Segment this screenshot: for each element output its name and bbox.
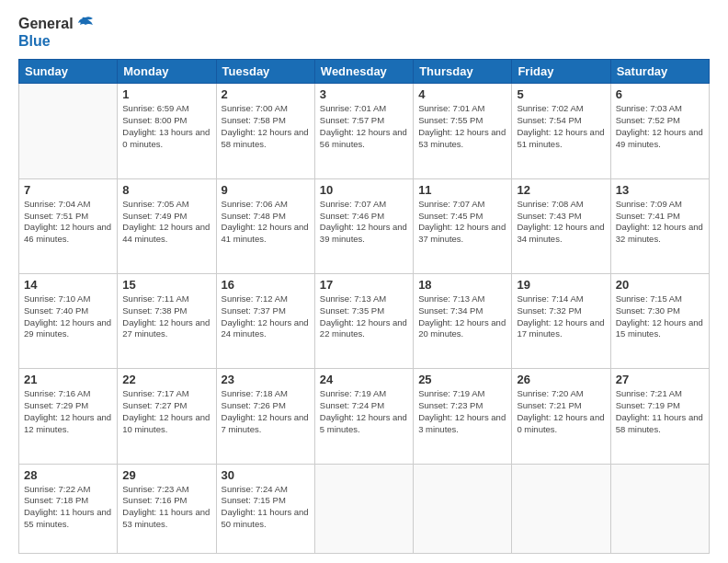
day-info: Sunrise: 7:08 AM Sunset: 7:43 PM Dayligh… (517, 199, 605, 246)
day-number: 27 (616, 373, 704, 386)
calendar-cell: 15 Sunrise: 7:11 AM Sunset: 7:38 PM Dayl… (118, 274, 216, 369)
calendar-cell: 18 Sunrise: 7:13 AM Sunset: 7:34 PM Dayl… (414, 274, 512, 369)
day-number: 10 (320, 183, 408, 197)
day-number: 29 (122, 468, 210, 482)
day-info: Sunrise: 7:03 AM Sunset: 7:52 PM Dayligh… (616, 103, 704, 150)
calendar-cell: 29 Sunrise: 7:23 AM Sunset: 7:16 PM Dayl… (118, 464, 216, 553)
day-info: Sunrise: 7:01 AM Sunset: 7:55 PM Dayligh… (418, 103, 506, 150)
day-info: Sunrise: 7:21 AM Sunset: 7:19 PM Dayligh… (616, 388, 704, 435)
calendar-cell: 27 Sunrise: 7:21 AM Sunset: 7:19 PM Dayl… (610, 369, 709, 464)
calendar-cell (19, 84, 118, 178)
day-number: 19 (517, 278, 605, 292)
calendar-cell: 12 Sunrise: 7:08 AM Sunset: 7:43 PM Dayl… (512, 178, 610, 273)
day-number: 4 (418, 87, 506, 101)
col-monday: Monday (118, 60, 216, 84)
day-number: 7 (24, 183, 112, 197)
day-number: 25 (418, 373, 506, 386)
calendar-cell: 2 Sunrise: 7:00 AM Sunset: 7:58 PM Dayli… (216, 84, 314, 178)
calendar-cell: 11 Sunrise: 7:07 AM Sunset: 7:45 PM Dayl… (414, 178, 512, 273)
day-info: Sunrise: 7:20 AM Sunset: 7:21 PM Dayligh… (517, 388, 605, 435)
day-number: 2 (222, 87, 310, 101)
day-number: 12 (517, 183, 605, 197)
day-info: Sunrise: 7:19 AM Sunset: 7:24 PM Dayligh… (320, 388, 408, 435)
day-number: 6 (616, 87, 704, 101)
day-info: Sunrise: 7:13 AM Sunset: 7:34 PM Dayligh… (418, 293, 506, 340)
day-info: Sunrise: 7:18 AM Sunset: 7:26 PM Dayligh… (222, 388, 310, 435)
calendar-cell (314, 464, 413, 553)
day-info: Sunrise: 7:23 AM Sunset: 7:16 PM Dayligh… (122, 484, 210, 531)
day-info: Sunrise: 7:00 AM Sunset: 7:58 PM Dayligh… (222, 103, 310, 150)
col-thursday: Thursday (414, 60, 512, 84)
day-info: Sunrise: 7:05 AM Sunset: 7:49 PM Dayligh… (122, 199, 210, 246)
calendar-header-row: Sunday Monday Tuesday Wednesday Thursday… (19, 60, 710, 84)
calendar-cell: 19 Sunrise: 7:14 AM Sunset: 7:32 PM Dayl… (512, 274, 610, 369)
calendar-cell: 21 Sunrise: 7:16 AM Sunset: 7:29 PM Dayl… (19, 369, 118, 464)
day-info: Sunrise: 7:12 AM Sunset: 7:37 PM Dayligh… (222, 293, 310, 340)
col-wednesday: Wednesday (314, 60, 413, 84)
calendar-cell: 24 Sunrise: 7:19 AM Sunset: 7:24 PM Dayl… (314, 369, 413, 464)
calendar-cell: 17 Sunrise: 7:13 AM Sunset: 7:35 PM Dayl… (314, 274, 413, 369)
day-info: Sunrise: 7:14 AM Sunset: 7:32 PM Dayligh… (517, 293, 605, 340)
col-friday: Friday (512, 60, 610, 84)
day-number: 21 (24, 373, 112, 386)
calendar-cell: 14 Sunrise: 7:10 AM Sunset: 7:40 PM Dayl… (19, 274, 118, 369)
day-number: 5 (517, 87, 605, 101)
day-number: 16 (222, 278, 310, 292)
day-info: Sunrise: 7:15 AM Sunset: 7:30 PM Dayligh… (616, 293, 704, 340)
day-number: 30 (222, 468, 310, 482)
day-info: Sunrise: 7:13 AM Sunset: 7:35 PM Dayligh… (320, 293, 408, 340)
col-saturday: Saturday (610, 60, 709, 84)
day-number: 3 (320, 87, 408, 101)
calendar-cell: 20 Sunrise: 7:15 AM Sunset: 7:30 PM Dayl… (610, 274, 709, 369)
calendar-cell: 26 Sunrise: 7:20 AM Sunset: 7:21 PM Dayl… (512, 369, 610, 464)
calendar-week-row: 21 Sunrise: 7:16 AM Sunset: 7:29 PM Dayl… (19, 369, 710, 464)
day-number: 1 (122, 87, 210, 101)
logo-general: General (18, 15, 74, 32)
day-info: Sunrise: 7:11 AM Sunset: 7:38 PM Dayligh… (122, 293, 210, 340)
header: General Blue (18, 15, 710, 50)
logo-blue: Blue (18, 32, 51, 50)
day-number: 14 (24, 278, 112, 292)
calendar-cell (414, 464, 512, 553)
day-number: 22 (122, 373, 210, 386)
day-info: Sunrise: 7:09 AM Sunset: 7:41 PM Dayligh… (616, 199, 704, 246)
calendar-cell: 23 Sunrise: 7:18 AM Sunset: 7:26 PM Dayl… (216, 369, 314, 464)
calendar-cell: 28 Sunrise: 7:22 AM Sunset: 7:18 PM Dayl… (19, 464, 118, 553)
calendar-cell (512, 464, 610, 553)
calendar-cell: 8 Sunrise: 7:05 AM Sunset: 7:49 PM Dayli… (118, 178, 216, 273)
calendar-cell: 16 Sunrise: 7:12 AM Sunset: 7:37 PM Dayl… (216, 274, 314, 369)
calendar-cell: 1 Sunrise: 6:59 AM Sunset: 8:00 PM Dayli… (118, 84, 216, 178)
calendar-cell: 4 Sunrise: 7:01 AM Sunset: 7:55 PM Dayli… (414, 84, 512, 178)
logo: General Blue (18, 15, 95, 50)
page: General Blue Sunday Monday Tuesday Wedne… (0, 0, 728, 563)
day-number: 23 (222, 373, 310, 386)
day-info: Sunrise: 6:59 AM Sunset: 8:00 PM Dayligh… (122, 103, 210, 150)
day-info: Sunrise: 7:07 AM Sunset: 7:46 PM Dayligh… (320, 199, 408, 246)
day-number: 13 (616, 183, 704, 197)
day-number: 20 (616, 278, 704, 292)
col-tuesday: Tuesday (216, 60, 314, 84)
day-info: Sunrise: 7:10 AM Sunset: 7:40 PM Dayligh… (24, 293, 112, 340)
calendar-cell: 3 Sunrise: 7:01 AM Sunset: 7:57 PM Dayli… (314, 84, 413, 178)
day-number: 9 (222, 183, 310, 197)
day-info: Sunrise: 7:04 AM Sunset: 7:51 PM Dayligh… (24, 199, 112, 246)
calendar-week-row: 14 Sunrise: 7:10 AM Sunset: 7:40 PM Dayl… (19, 274, 710, 369)
day-number: 11 (418, 183, 506, 197)
calendar-table: Sunday Monday Tuesday Wednesday Thursday… (18, 59, 710, 554)
calendar-cell: 30 Sunrise: 7:24 AM Sunset: 7:15 PM Dayl… (216, 464, 314, 553)
calendar-cell (610, 464, 709, 553)
calendar-cell: 13 Sunrise: 7:09 AM Sunset: 7:41 PM Dayl… (610, 178, 709, 273)
calendar-week-row: 7 Sunrise: 7:04 AM Sunset: 7:51 PM Dayli… (19, 178, 710, 273)
calendar-cell: 22 Sunrise: 7:17 AM Sunset: 7:27 PM Dayl… (118, 369, 216, 464)
col-sunday: Sunday (19, 60, 118, 84)
day-info: Sunrise: 7:19 AM Sunset: 7:23 PM Dayligh… (418, 388, 506, 435)
day-number: 15 (122, 278, 210, 292)
calendar-cell: 5 Sunrise: 7:02 AM Sunset: 7:54 PM Dayli… (512, 84, 610, 178)
day-info: Sunrise: 7:24 AM Sunset: 7:15 PM Dayligh… (222, 484, 310, 531)
day-info: Sunrise: 7:22 AM Sunset: 7:18 PM Dayligh… (24, 484, 112, 531)
day-number: 8 (122, 183, 210, 197)
day-info: Sunrise: 7:07 AM Sunset: 7:45 PM Dayligh… (418, 199, 506, 246)
day-number: 26 (517, 373, 605, 386)
day-number: 24 (320, 373, 408, 386)
day-number: 18 (418, 278, 506, 292)
